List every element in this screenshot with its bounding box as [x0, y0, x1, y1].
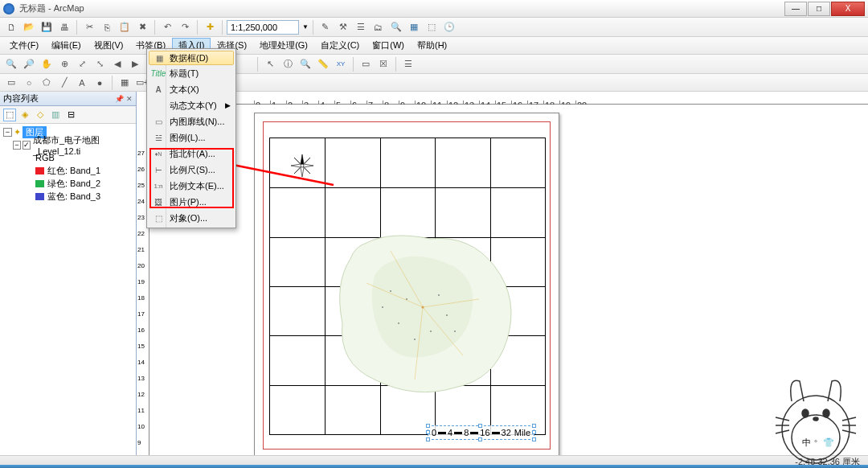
- paste-icon[interactable]: 📋: [117, 19, 133, 35]
- full-extent-icon[interactable]: ⊕: [56, 56, 72, 72]
- select-element-icon[interactable]: ↖: [262, 56, 278, 72]
- band-red: 红色: Band_1: [47, 165, 100, 177]
- next-extent-icon[interactable]: ▶: [127, 56, 143, 72]
- collapse-icon[interactable]: −: [13, 141, 21, 150]
- north-arrow-icon: ♦N: [152, 147, 165, 160]
- menu-geoprocess[interactable]: 地理处理(G): [253, 38, 314, 53]
- title-bar: 无标题 - ArcMap — □ X: [0, 0, 868, 18]
- line-icon[interactable]: ╱: [56, 75, 72, 91]
- options-icon[interactable]: ⊟: [64, 109, 77, 121]
- svg-point-2: [406, 298, 407, 300]
- search-icon[interactable]: 🔍: [388, 19, 404, 35]
- list-by-source-icon[interactable]: ◈: [18, 109, 31, 121]
- time-icon[interactable]: 🕒: [441, 19, 457, 35]
- catalog-icon[interactable]: 🗂: [371, 19, 387, 35]
- undo-icon[interactable]: ↶: [159, 19, 175, 35]
- model-icon[interactable]: ⬚: [424, 19, 440, 35]
- svg-point-22: [813, 417, 818, 421]
- menu-item-object[interactable]: ⬚ 对象(O)...: [149, 210, 234, 226]
- menu-item-dynamic-text[interactable]: 动态文本(Y) ▶: [149, 97, 234, 113]
- toc-icon[interactable]: ☰: [353, 19, 369, 35]
- menu-item-legend[interactable]: ☱ 图例(L)...: [149, 129, 234, 146]
- zoom-out-icon[interactable]: 🔎: [21, 56, 37, 72]
- table-of-contents-panel: 内容列表 📌 ✕ ⬚ ◈ ◇ ▥ ⊟ −✦图层 −✓成都市_电子地图_Level…: [0, 92, 137, 468]
- scale-arrow-icon[interactable]: ▼: [302, 23, 309, 31]
- rect-icon[interactable]: ▭: [3, 75, 19, 91]
- band-blue: 蓝色: Band_3: [47, 191, 100, 203]
- identify-icon[interactable]: ⓘ: [280, 56, 296, 72]
- goto-xy-icon[interactable]: XY: [333, 56, 349, 72]
- title-icon: Title: [152, 67, 165, 80]
- rgb-label: RGB: [35, 153, 55, 162]
- find-icon[interactable]: 🔍: [297, 56, 313, 72]
- menu-view[interactable]: 视图(V): [88, 38, 130, 53]
- standard-toolbar: 🗋 📂 💾 🖶 ✂ ⎘ 📋 ✖ ↶ ↷ ✚ 1:1,250,000 ▼ ✎ ⚒ …: [0, 18, 868, 37]
- menu-item-text[interactable]: A 文本(X): [149, 81, 234, 97]
- picture-icon: 🖼: [152, 195, 165, 208]
- list-by-selection-icon[interactable]: ▥: [49, 109, 62, 121]
- svg-point-7: [446, 314, 448, 316]
- measure-icon[interactable]: 📏: [315, 56, 331, 72]
- svg-line-14: [776, 417, 789, 421]
- menu-customize[interactable]: 自定义(C): [314, 38, 366, 53]
- fixed-zoom-in-icon[interactable]: ⤢: [74, 56, 90, 72]
- insert-menu-dropdown: ▦ 数据框(D) Title 标题(T) A 文本(X) 动态文本(Y) ▶ ▭…: [146, 48, 236, 228]
- python-icon[interactable]: ▦: [406, 19, 422, 35]
- poly-icon[interactable]: ⬠: [39, 75, 55, 91]
- editor-icon[interactable]: ✎: [317, 19, 334, 35]
- menu-item-north-arrow[interactable]: ♦N 指北针(A)...: [149, 146, 234, 162]
- menu-item-scale-text[interactable]: 1:n 比例文本(E)...: [149, 178, 234, 194]
- svg-text:👕: 👕: [823, 437, 834, 448]
- sel-features-icon[interactable]: ▭: [358, 56, 374, 72]
- list-by-visibility-icon[interactable]: ◇: [34, 109, 47, 121]
- menu-item-neatline[interactable]: ▭ 内图廓线(N)...: [149, 113, 234, 129]
- menu-bar: 文件(F) 编辑(E) 视图(V) 书签(B) 插入(I) 选择(S) 地理处理…: [0, 37, 868, 55]
- copy-icon[interactable]: ⎘: [99, 19, 115, 35]
- tool-icon[interactable]: ⚒: [335, 19, 351, 35]
- clear-sel-icon[interactable]: ☒: [375, 56, 391, 72]
- legend-icon: ☱: [152, 131, 165, 144]
- menu-item-dataframe[interactable]: ▦ 数据框(D): [149, 51, 234, 65]
- redo-icon[interactable]: ↷: [177, 19, 193, 35]
- circle-icon[interactable]: ○: [21, 75, 37, 91]
- maximize-button[interactable]: □: [808, 2, 830, 16]
- menu-window[interactable]: 窗口(W): [366, 38, 411, 53]
- new-doc-icon[interactable]: 🗋: [3, 19, 19, 35]
- menu-file[interactable]: 文件(F): [3, 38, 45, 53]
- fixed-zoom-out-icon[interactable]: ⤡: [92, 56, 108, 72]
- cut-icon[interactable]: ✂: [81, 19, 97, 35]
- collapse-icon[interactable]: −: [3, 128, 12, 137]
- delete-icon[interactable]: ✖: [134, 19, 150, 35]
- pin-icon[interactable]: 📌 ✕: [115, 95, 133, 103]
- open-icon[interactable]: 📂: [21, 19, 37, 35]
- zoom-in-icon[interactable]: 🔍: [3, 56, 19, 72]
- prev-extent-icon[interactable]: ◀: [109, 56, 125, 72]
- menu-help[interactable]: 帮助(H): [411, 38, 453, 53]
- save-icon[interactable]: 💾: [39, 19, 55, 35]
- scale-selector[interactable]: 1:1,250,000: [227, 20, 299, 35]
- scale-bar-element[interactable]: 0 4 8 16 32 Mile: [428, 425, 534, 440]
- add-data-icon[interactable]: ✚: [202, 19, 218, 35]
- north-arrow[interactable]: [290, 154, 314, 178]
- marker-icon[interactable]: ●: [92, 75, 108, 91]
- print-icon[interactable]: 🖶: [56, 19, 72, 35]
- menu-item-picture[interactable]: 🖼 图片(P)...: [149, 194, 234, 210]
- neatline-icon: ▭: [152, 115, 165, 128]
- map-frame[interactable]: [269, 138, 546, 435]
- svg-point-10: [454, 330, 456, 332]
- menu-item-title[interactable]: Title 标题(T): [149, 65, 234, 81]
- drawing-toolbar-icon[interactable]: ▦: [117, 75, 133, 91]
- attributes-icon[interactable]: ☰: [400, 56, 416, 72]
- scale-text-icon: 1:n: [152, 179, 165, 192]
- list-by-drawing-icon[interactable]: ⬚: [3, 109, 16, 121]
- layout-canvas[interactable]: 0 4 8 16 32 Mile: [149, 105, 868, 468]
- layer-checkbox[interactable]: ✓: [23, 141, 31, 150]
- menu-edit[interactable]: 编辑(E): [45, 38, 88, 53]
- menu-item-scale-bar[interactable]: ⊢ 比例尺(S)...: [149, 162, 234, 178]
- pan-icon[interactable]: ✋: [39, 56, 55, 72]
- minimize-button[interactable]: —: [784, 2, 807, 16]
- text-icon[interactable]: A: [74, 75, 90, 91]
- map-content: [318, 219, 527, 404]
- close-button[interactable]: X: [831, 2, 865, 16]
- svg-point-4: [438, 294, 440, 296]
